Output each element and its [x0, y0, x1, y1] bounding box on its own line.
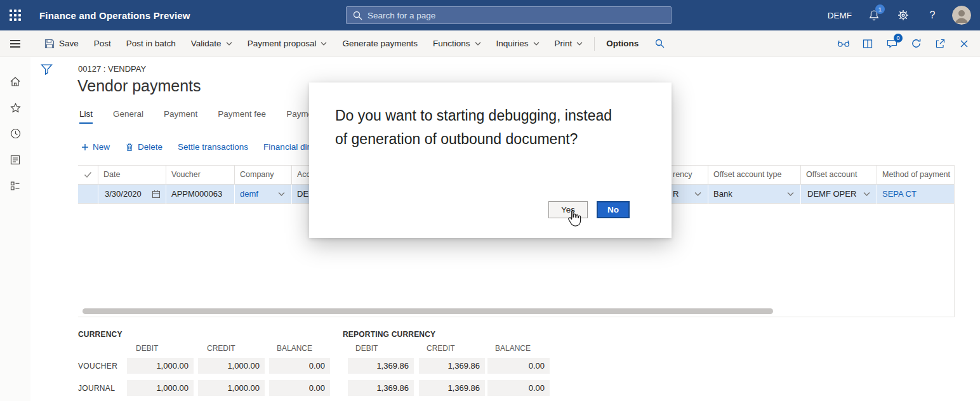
scrollbar-thumb[interactable] — [83, 308, 773, 314]
help-button[interactable]: ? — [918, 0, 947, 30]
command-bar: Save Post Post in batch Validate Payment… — [30, 30, 980, 57]
cell-method-of-payment[interactable]: SEPA CT — [877, 185, 955, 204]
chevron-down-icon[interactable] — [278, 192, 285, 197]
left-nav-rail — [0, 30, 30, 401]
settings-button[interactable] — [889, 0, 918, 30]
chevron-down-icon[interactable] — [694, 192, 701, 197]
hamburger-icon — [10, 38, 20, 49]
delete-label: Delete — [138, 142, 162, 152]
currency-value: R — [673, 189, 679, 199]
companion-pane-button[interactable] — [858, 34, 877, 53]
filter-button[interactable] — [41, 63, 53, 76]
reporting-balance-header: BALANCE — [495, 344, 531, 353]
col-header-offset-account[interactable]: Offset account — [801, 166, 877, 184]
open-in-new-window-button[interactable] — [930, 34, 950, 53]
command-bar-divider — [594, 37, 595, 51]
messages-button[interactable]: 0 — [882, 34, 901, 53]
new-label: New — [93, 142, 110, 152]
reporting-credit-header: CREDIT — [427, 344, 455, 353]
yes-button[interactable]: Yes — [548, 201, 588, 218]
currency-section-title: CURRENCY — [78, 330, 122, 339]
plus-icon — [81, 143, 89, 151]
validate-menu[interactable]: Validate — [183, 30, 240, 57]
settle-transactions-button[interactable]: Settle transactions — [178, 142, 248, 152]
cell-date[interactable]: 3/30/2020 — [98, 185, 166, 204]
no-button[interactable]: No — [597, 201, 630, 218]
inquiries-menu[interactable]: Inquiries — [489, 30, 547, 57]
new-button[interactable]: New — [81, 142, 110, 152]
save-button[interactable]: Save — [37, 30, 86, 57]
tab-general[interactable]: General — [113, 109, 143, 124]
col-header-offset-account-type[interactable]: Offset account type — [708, 166, 801, 184]
show-related-button[interactable] — [834, 34, 853, 53]
row-checkbox[interactable] — [78, 185, 98, 204]
col-header-method-of-payment[interactable]: Method of payment — [877, 166, 955, 184]
cell-company[interactable]: demf — [235, 185, 292, 204]
print-menu[interactable]: Print — [547, 30, 591, 57]
app-title: Finance and Operations Preview — [39, 10, 190, 21]
chevron-down-icon[interactable] — [787, 192, 794, 197]
offset-account-type-value: Bank — [713, 189, 732, 199]
star-icon — [10, 103, 21, 113]
book-icon — [863, 39, 873, 49]
options-button[interactable]: Options — [599, 30, 646, 57]
tab-payment[interactable]: Payment — [164, 109, 197, 124]
method-of-payment-link[interactable]: SEPA CT — [882, 189, 917, 199]
refresh-button[interactable] — [906, 34, 925, 53]
chevron-down-icon[interactable] — [863, 192, 870, 197]
delete-button[interactable]: Delete — [125, 142, 162, 152]
notifications-button[interactable]: 1 — [859, 0, 889, 30]
waffle-menu[interactable] — [0, 0, 30, 30]
company-link[interactable]: demf — [240, 189, 258, 199]
calendar-icon[interactable] — [152, 190, 161, 199]
payment-proposal-label: Payment proposal — [248, 39, 317, 48]
reporting-voucher-credit: 1,369.86 — [419, 358, 485, 374]
generate-payments-label: Generate payments — [342, 39, 418, 48]
global-search-input[interactable] — [368, 11, 665, 20]
post-button[interactable]: Post — [86, 30, 119, 57]
cell-offset-account[interactable]: DEMF OPER — [801, 185, 877, 204]
rail-item-forms[interactable] — [0, 147, 30, 173]
col-header-voucher[interactable]: Voucher — [166, 166, 235, 184]
currency-journal-balance: 0.00 — [269, 380, 330, 396]
functions-menu[interactable]: Functions — [425, 30, 489, 57]
rail-item-recent[interactable] — [0, 121, 30, 147]
avatar — [952, 6, 971, 25]
print-label: Print — [555, 39, 573, 48]
currency-journal-debit: 1,000.00 — [127, 380, 194, 396]
messages-badge: 0 — [894, 34, 903, 43]
post-in-batch-button[interactable]: Post in batch — [119, 30, 183, 57]
reporting-currency-section-title: REPORTING CURRENCY — [343, 330, 435, 339]
currency-voucher-debit: 1,000.00 — [127, 358, 194, 374]
check-icon — [84, 171, 92, 178]
help-icon: ? — [930, 10, 936, 21]
date-value: 3/30/2020 — [105, 189, 142, 199]
commandbar-search-button[interactable] — [646, 39, 673, 48]
payment-proposal-menu[interactable]: Payment proposal — [240, 30, 335, 57]
reporting-voucher-debit: 1,369.86 — [348, 358, 414, 374]
col-header-date[interactable]: Date — [98, 166, 166, 184]
options-label: Options — [606, 39, 639, 48]
voucher-row-label: VOUCHER — [78, 362, 117, 371]
horizontal-scrollbar[interactable] — [78, 308, 954, 315]
account-button[interactable] — [947, 0, 976, 30]
global-search[interactable] — [346, 6, 672, 24]
rail-item-home[interactable] — [0, 69, 30, 95]
cell-offset-account-type[interactable]: Bank — [708, 185, 801, 204]
cell-voucher[interactable]: APPM000063 — [166, 185, 235, 204]
inquiries-label: Inquiries — [496, 39, 529, 48]
tab-list[interactable]: List — [79, 109, 93, 124]
col-header-company[interactable]: Company — [235, 166, 292, 184]
company-picker[interactable]: DEMF — [820, 0, 859, 30]
rail-item-favorites[interactable] — [0, 95, 30, 121]
generate-payments-button[interactable]: Generate payments — [334, 30, 425, 57]
page-title: Vendor payments — [77, 77, 201, 95]
trash-icon — [125, 143, 134, 152]
reporting-journal-balance: 0.00 — [487, 380, 550, 396]
close-page-button[interactable] — [955, 34, 974, 53]
nav-toggle-button[interactable] — [0, 30, 30, 57]
dialog-buttons: Yes No — [309, 201, 630, 218]
rail-item-workspaces[interactable] — [0, 173, 30, 199]
select-all-checkbox[interactable] — [78, 166, 98, 184]
tab-payment-fee[interactable]: Payment fee — [218, 109, 266, 124]
